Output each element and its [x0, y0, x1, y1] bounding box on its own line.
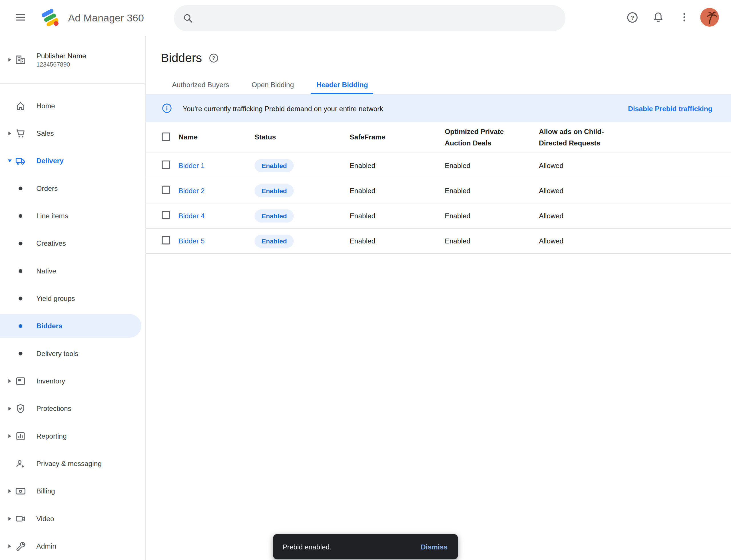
opad-value: Enabled: [445, 212, 539, 220]
sidebar-item-orders[interactable]: Orders: [0, 175, 145, 202]
bidders-table: Name Status SafeFrame Optimized Private …: [146, 122, 731, 254]
sidebar-item-billing[interactable]: Billing: [0, 477, 145, 505]
sidebar-item-creatives[interactable]: Creatives: [0, 229, 145, 257]
sidebar-item-line-items[interactable]: Line items: [0, 202, 145, 229]
child-directed-value: Allowed: [539, 187, 731, 195]
sidebar-item-label: Delivery tools: [36, 349, 78, 357]
sidebar: Publisher Name 1234567890 Home: [0, 36, 146, 560]
status-badge: Enabled: [255, 209, 294, 222]
tab-label: Header Bidding: [317, 81, 368, 89]
bidder-link[interactable]: Bidder 4: [179, 212, 255, 220]
sidebar-item-sales[interactable]: Sales: [0, 119, 145, 147]
expand-arrow-icon[interactable]: [5, 544, 15, 548]
tab-authorized-buyers[interactable]: Authorized Buyers: [161, 75, 240, 94]
bullet-icon: [15, 297, 26, 300]
help-button[interactable]: ?: [621, 7, 643, 29]
status-badge: Enabled: [255, 234, 294, 247]
notifications-button[interactable]: [647, 7, 669, 29]
info-banner: You're currently trafficking Prebid dema…: [146, 94, 731, 122]
sidebar-item-label: Bidders: [36, 322, 62, 330]
sidebar-item-home[interactable]: Home: [0, 92, 145, 119]
sidebar-item-label: Protections: [36, 405, 71, 413]
sidebar-nav: Home Sales Delivery: [0, 84, 145, 560]
kebab-menu-icon: [679, 12, 690, 24]
select-all-checkbox[interactable]: [162, 133, 170, 141]
bidder-link[interactable]: Bidder 1: [179, 161, 255, 169]
publisher-selector[interactable]: Publisher Name 1234567890: [0, 36, 145, 84]
sidebar-item-delivery-tools[interactable]: Delivery tools: [0, 340, 145, 367]
table-row: Bidder 2 Enabled Enabled Enabled Allowed: [146, 178, 731, 203]
info-icon: [161, 103, 173, 114]
column-header-opad: Optimized Private Auction Deals: [445, 126, 529, 149]
sidebar-item-privacy-messaging[interactable]: Privacy & messaging: [0, 450, 145, 477]
avatar-image: [700, 8, 719, 28]
page-title: Bidders: [161, 51, 202, 65]
toast-snackbar: Prebid enabled. Dismiss: [273, 534, 458, 559]
child-directed-value: Allowed: [539, 161, 731, 169]
home-icon: [15, 100, 26, 111]
sidebar-item-reporting[interactable]: Reporting: [0, 422, 145, 450]
row-checkbox[interactable]: [162, 161, 170, 169]
opad-value: Enabled: [445, 187, 539, 195]
bidder-link[interactable]: Bidder 2: [179, 187, 255, 195]
banner-message: You're currently trafficking Prebid dema…: [183, 104, 383, 112]
disable-prebid-trafficking-link[interactable]: Disable Prebid trafficking: [628, 104, 712, 112]
sidebar-item-bidders[interactable]: Bidders: [0, 312, 145, 339]
row-checkbox[interactable]: [162, 236, 170, 244]
inventory-icon: [15, 375, 26, 386]
dismiss-button[interactable]: Dismiss: [414, 538, 454, 555]
account-avatar[interactable]: [699, 8, 720, 28]
hamburger-icon: [15, 12, 26, 24]
expand-arrow-icon[interactable]: [5, 434, 15, 438]
sidebar-item-label: Home: [36, 102, 55, 110]
bullet-icon: [15, 269, 26, 273]
column-header-child-directed: Allow ads on Child-Directed Requests: [539, 126, 623, 149]
child-directed-value: Allowed: [539, 212, 731, 220]
row-checkbox[interactable]: [162, 211, 170, 219]
bell-icon: [652, 11, 664, 25]
sidebar-item-delivery[interactable]: Delivery: [0, 147, 145, 174]
sidebar-item-protections[interactable]: Protections: [0, 395, 145, 422]
sidebar-item-inventory[interactable]: Inventory: [0, 367, 145, 395]
table-header-row: Name Status SafeFrame Optimized Private …: [146, 122, 731, 153]
sidebar-item-native[interactable]: Native: [0, 257, 145, 285]
sidebar-item-yield-groups[interactable]: Yield groups: [0, 285, 145, 312]
page-help-icon[interactable]: ?: [209, 53, 219, 63]
hamburger-menu-button[interactable]: [9, 7, 32, 29]
page-header: Bidders ?: [146, 36, 731, 65]
tab-open-bidding[interactable]: Open Bidding: [241, 75, 305, 94]
sidebar-item-label: Reporting: [36, 432, 67, 440]
opad-value: Enabled: [445, 237, 539, 245]
svg-text:?: ?: [212, 55, 215, 61]
bidder-link[interactable]: Bidder 5: [179, 237, 255, 245]
publisher-name: Publisher Name: [36, 51, 86, 59]
sidebar-item-label: Billing: [36, 487, 55, 495]
search-input[interactable]: [200, 14, 561, 22]
collapse-arrow-icon[interactable]: [5, 159, 15, 162]
truck-icon: [15, 155, 26, 166]
column-header-safeframe: SafeFrame: [350, 132, 444, 143]
row-checkbox[interactable]: [162, 186, 170, 194]
ad-manager-logo-icon: [40, 7, 61, 29]
tab-header-bidding[interactable]: Header Bidding: [305, 75, 379, 94]
sidebar-item-label: Video: [36, 515, 54, 523]
expand-arrow-icon[interactable]: [5, 489, 15, 493]
expand-arrow-icon[interactable]: [5, 517, 15, 520]
table-row: Bidder 5 Enabled Enabled Enabled Allowed: [146, 229, 731, 254]
sidebar-item-admin[interactable]: Admin: [0, 532, 145, 560]
cart-icon: [15, 128, 26, 139]
banknote-icon: [15, 485, 26, 497]
sidebar-item-video[interactable]: Video: [0, 505, 145, 532]
more-options-button[interactable]: [673, 7, 696, 29]
search-bar[interactable]: [174, 5, 565, 31]
safeframe-value: Enabled: [350, 161, 444, 169]
expand-arrow-icon[interactable]: [5, 131, 15, 135]
video-camera-icon: [15, 513, 26, 524]
safeframe-value: Enabled: [350, 187, 444, 195]
bullet-icon: [15, 214, 26, 218]
expand-arrow-icon[interactable]: [5, 379, 15, 383]
main-content: Bidders ? Authorized Buyers Open Bidding…: [146, 36, 731, 560]
column-header-name: Name: [179, 132, 255, 143]
column-header-status: Status: [255, 132, 350, 143]
expand-arrow-icon[interactable]: [5, 407, 15, 410]
